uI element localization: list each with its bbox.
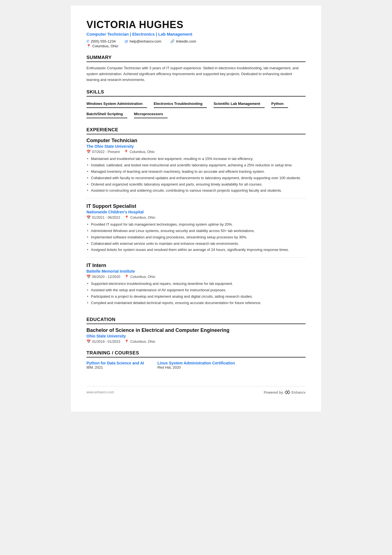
- job-location: 📍 Columbus, Ohio: [124, 150, 155, 154]
- bullet-item: Administered Windows and Linux systems, …: [86, 228, 306, 234]
- calendar-icon: 📅: [86, 215, 91, 219]
- email-icon: @: [125, 39, 128, 43]
- skills-grid: Windows System AdministrationElectronics…: [86, 100, 306, 120]
- job-location: 📍 Columbus, Ohio: [125, 215, 155, 219]
- skill-tag: Python: [271, 100, 288, 108]
- job-meta: 📅 01/2021 - 06/2022 📍 Columbus, Ohio: [86, 215, 306, 219]
- location-icon: 📍: [125, 339, 129, 344]
- skills-section: SKILLS Windows System AdministrationElec…: [86, 89, 306, 120]
- company-name: The Ohio State University: [86, 144, 306, 149]
- bullet-item: Installed, calibrated, and tested new in…: [86, 162, 306, 168]
- phone-contact: ✆ (555) 555-1234: [86, 39, 116, 43]
- job-title: IT Intern: [86, 263, 306, 268]
- summary-body: Enthusiastic Computer Technician with 3 …: [86, 65, 306, 83]
- bullet-item: Assisted in constructing and soldering c…: [86, 188, 306, 194]
- edu-meta: 📅 01/2019 - 01/2023 📍 Columbus, Ohio: [86, 339, 306, 344]
- bullet-item: Managed inventory of teaching and resear…: [86, 169, 306, 175]
- summary-heading: SUMMARY: [86, 55, 306, 62]
- bullet-item: Collaborated with external service units…: [86, 241, 306, 247]
- powered-by-text: Powered by: [264, 390, 283, 394]
- location-icon: 📍: [86, 44, 91, 48]
- bullet-item: Maintained and troubleshot lab electroni…: [86, 156, 306, 162]
- professional-title: Computer Technician | Electronics | Lab …: [86, 32, 306, 36]
- location-icon: 📍: [125, 275, 129, 279]
- linkedin-icon: 🔗: [170, 39, 175, 43]
- skill-tag: Batch/Shell Scripting: [86, 110, 127, 118]
- skill-tag: Windows System Administration: [86, 100, 147, 108]
- linkedin-url: linkedin.com: [176, 39, 196, 43]
- skill-tag: Electronics Troubleshooting: [154, 100, 207, 108]
- footer-website: www.enhancv.com: [86, 390, 114, 394]
- logo-svg: [284, 390, 291, 395]
- bullet-item: Compiled and maintained detailed technic…: [86, 300, 306, 306]
- location-icon: 📍: [125, 215, 129, 219]
- course-org: Red Hat, 2020: [157, 365, 235, 369]
- edu-dates: 📅 01/2019 - 01/2023: [86, 339, 120, 344]
- course-title: Python for Data Science and AI: [86, 361, 144, 365]
- location-contact: 📍 Columbus, Ohio: [86, 44, 306, 48]
- experience-container: Computer Technician The Ohio State Unive…: [86, 138, 306, 310]
- skill-tag: Microprocessors: [134, 110, 168, 118]
- linkedin-contact: 🔗 linkedin.com: [170, 39, 196, 43]
- experience-entry: Computer Technician The Ohio State Unive…: [86, 138, 306, 198]
- job-location: 📍 Columbus, Ohio: [125, 275, 155, 279]
- training-heading: TRAINING / COURSES: [86, 350, 306, 357]
- skills-heading: SKILLS: [86, 89, 306, 97]
- email-contact: @ help@enhancv.com: [125, 39, 161, 43]
- bullet-item: Assisted with the setup and maintenance …: [86, 287, 306, 293]
- location-icon: 📍: [124, 150, 128, 154]
- contact-row: ✆ (555) 555-1234 @ help@enhancv.com 🔗 li…: [86, 39, 306, 43]
- education-entry: Bachelor of Science in Electrical and Co…: [86, 327, 306, 344]
- enhancv-logo: Enhancv: [284, 390, 306, 395]
- edu-degree: Bachelor of Science in Electrical and Co…: [86, 327, 306, 333]
- company-name: Nationwide Children's Hospital: [86, 210, 306, 214]
- education-heading: EDUCATION: [86, 317, 306, 324]
- resume-page: VICTORIA HUGHES Computer Technician | El…: [71, 6, 321, 411]
- enhancv-brand-name: Enhancv: [291, 390, 306, 394]
- bullet-item: Ordered and organized scientific laborat…: [86, 182, 306, 188]
- footer: www.enhancv.com Powered by Enhancv: [86, 386, 306, 395]
- skill-tag: Scientific Lab Management: [214, 100, 265, 108]
- job-dates: 📅 06/2020 - 12/2020: [86, 275, 120, 279]
- job-meta: 📅 07/2022 - Present 📍 Columbus, Ohio: [86, 150, 306, 154]
- course-org: IBM, 2021: [86, 365, 144, 369]
- location-text: Columbus, Ohio: [92, 44, 118, 48]
- bullet-item: Supported electronics troubleshooting an…: [86, 281, 306, 287]
- summary-section: SUMMARY Enthusiastic Computer Technician…: [86, 55, 306, 83]
- edu-school: Ohio State University: [86, 334, 306, 338]
- company-name: Battelle Memorial Institute: [86, 269, 306, 273]
- header: VICTORIA HUGHES Computer Technician | El…: [86, 19, 306, 48]
- phone-icon: ✆: [86, 39, 90, 43]
- experience-entry: IT Support Specialist Nationwide Childre…: [86, 203, 306, 258]
- experience-section: EXPERIENCE Computer Technician The Ohio …: [86, 127, 306, 310]
- full-name: VICTORIA HUGHES: [86, 19, 306, 31]
- calendar-icon: 📅: [86, 150, 91, 154]
- training-container: Python for Data Science and AI IBM, 2021…: [86, 361, 306, 369]
- training-item: Python for Data Science and AI IBM, 2021: [86, 361, 144, 369]
- experience-entry: IT Intern Battelle Memorial Institute 📅 …: [86, 263, 306, 310]
- bullet-item: Assigned tickets for system issues and r…: [86, 247, 306, 253]
- bullet-item: Participated in a project to develop and…: [86, 294, 306, 300]
- job-meta: 📅 06/2020 - 12/2020 📍 Columbus, Ohio: [86, 275, 306, 279]
- job-dates: 📅 07/2022 - Present: [86, 150, 120, 154]
- calendar-icon: 📅: [86, 339, 91, 344]
- email-address: help@enhancv.com: [130, 39, 161, 43]
- bullet-list: Supported electronics troubleshooting an…: [86, 281, 306, 306]
- course-title: Linux System Administration Certificatio…: [157, 361, 235, 365]
- bullet-item: Collaborated with faculty to recommend u…: [86, 175, 306, 181]
- training-item: Linux System Administration Certificatio…: [157, 361, 235, 369]
- phone-number: (555) 555-1234: [91, 39, 116, 43]
- job-dates: 📅 01/2021 - 06/2022: [86, 215, 120, 219]
- footer-brand: Powered by Enhancv: [264, 390, 306, 395]
- job-title: IT Support Specialist: [86, 203, 306, 209]
- bullet-list: Provided IT support for lab management t…: [86, 222, 306, 253]
- training-section: TRAINING / COURSES Python for Data Scien…: [86, 350, 306, 369]
- bullet-item: Implemented software installation and im…: [86, 235, 306, 240]
- edu-location: 📍 Columbus, Ohio: [125, 339, 155, 344]
- bullet-list: Maintained and troubleshot lab electroni…: [86, 156, 306, 194]
- education-container: Bachelor of Science in Electrical and Co…: [86, 327, 306, 344]
- calendar-icon: 📅: [86, 275, 91, 279]
- experience-heading: EXPERIENCE: [86, 127, 306, 134]
- education-section: EDUCATION Bachelor of Science in Electri…: [86, 317, 306, 344]
- bullet-item: Provided IT support for lab management t…: [86, 222, 306, 228]
